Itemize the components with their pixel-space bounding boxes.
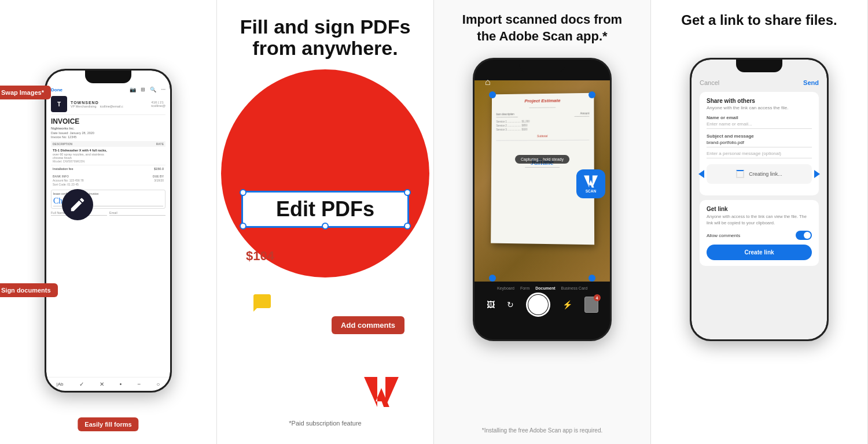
panel-scan: Import scanned docs from the Adobe Scan …: [434, 0, 651, 444]
scan-app-label: SCAN: [586, 189, 596, 193]
corner-handle-tr[interactable]: [404, 189, 411, 196]
create-link-button[interactable]: Create link: [707, 245, 812, 260]
phone-device-3: ⌂ Project Estimate ───────────── Item de…: [473, 58, 612, 341]
invoice-number: Invoice No: 12345: [51, 135, 165, 139]
done-button[interactable]: Done: [51, 87, 62, 92]
price-badge: $104: [246, 249, 274, 264]
invoice-logo: T: [51, 96, 67, 112]
panel-3-headline: Import scanned docs from the Adobe Scan …: [434, 12, 650, 45]
phone-notch-1: [85, 71, 131, 83]
panel-3-footnote: *Installing the free Adobe Scan app is r…: [434, 427, 650, 434]
paid-subscription-note: *Paid subscription feature: [217, 420, 433, 427]
loading-spinner: [736, 170, 744, 178]
edit-pdfs-text: Edit PDFs: [276, 197, 374, 221]
invoice-top-bar: Done 📷 ⊞ 🔍 ···: [51, 87, 165, 92]
phone-screen-1: Done 📷 ⊞ 🔍 ··· T TOWNSEND VP Merchandisi…: [46, 71, 170, 391]
allow-comments-label: Allow comments: [707, 233, 740, 238]
sign-documents-label: Sign documents: [0, 283, 58, 297]
scan-mode-tabs: Keyboard Form Document Business Card: [475, 282, 610, 293]
share-with-others-title: Share with others: [707, 98, 812, 104]
creating-link-box: Creating link...: [707, 164, 812, 184]
corner-handle-tl[interactable]: [240, 189, 247, 196]
flash-icon[interactable]: ⚡: [562, 300, 572, 309]
allow-comments-toggle[interactable]: [796, 231, 812, 240]
panel-fill-sign: Done 📷 ⊞ 🔍 ··· T TOWNSEND VP Merchandisi…: [0, 0, 217, 444]
minus-icon[interactable]: −: [137, 381, 141, 387]
phone-device-4: Cancel Send Share with others Anyone wit…: [690, 58, 829, 341]
creating-link-text: Creating link...: [749, 171, 782, 177]
edit-pdfs-box: Edit PDFs: [241, 191, 409, 228]
capture-message: Capturing... hold steady: [515, 155, 569, 164]
scan-app-icon[interactable]: SCAN: [576, 169, 605, 198]
panel-2-headline: Fill and sign PDFs from anywhere.: [217, 16, 433, 60]
easily-fill-forms-label: Easily fill forms: [78, 417, 138, 431]
panel-4-headline: Get a link to share files.: [651, 12, 867, 29]
cancel-button[interactable]: Cancel: [700, 79, 719, 86]
tab-document[interactable]: Document: [535, 286, 555, 290]
shutter-button[interactable]: [526, 293, 550, 317]
share-top-row: Cancel Send: [700, 79, 819, 86]
arrow-right-icon: [814, 170, 820, 178]
share-desc: Anyone with the link can access the file…: [707, 105, 812, 110]
corner-handle-br[interactable]: [404, 223, 411, 230]
invoice-client: Nightworks Inc.: [51, 127, 165, 130]
search-icon[interactable]: 🔍: [150, 87, 156, 92]
add-comments-button[interactable]: Add comments: [332, 316, 404, 334]
subject-input[interactable]: brand-portfolio.pdf: [707, 140, 812, 147]
swap-images-label: Swap Images*: [0, 86, 51, 99]
oval-icon[interactable]: ○: [156, 381, 160, 387]
corner-handle-bm[interactable]: [322, 223, 329, 230]
cross-icon[interactable]: ✕: [100, 381, 104, 387]
red-circle-decoration: [221, 69, 429, 278]
share-with-others-section: Share with others Anyone with the link c…: [700, 92, 819, 195]
invoice-date: Date Issued: January 28, 2020: [51, 131, 165, 135]
stack-button[interactable]: 4: [584, 297, 598, 313]
get-link-title: Get link: [707, 206, 812, 212]
corner-handle-bl[interactable]: [240, 223, 247, 230]
text-tool-icon[interactable]: |Ab: [57, 382, 64, 387]
invoice-bank: BANK INFO DUE BY Account No: 123 456 78 …: [51, 175, 165, 186]
docs-icon[interactable]: ⊞: [141, 87, 145, 92]
name-email-input[interactable]: Enter name or email...: [707, 121, 812, 129]
tab-business-card[interactable]: Business Card: [561, 286, 588, 290]
gallery-icon[interactable]: 🖼: [487, 300, 495, 309]
dot-icon[interactable]: •: [120, 381, 122, 387]
get-link-desc: Anyone with access to the link can view …: [707, 214, 812, 226]
flip-icon[interactable]: ↻: [507, 300, 514, 309]
send-button[interactable]: Send: [803, 79, 819, 86]
tab-keyboard[interactable]: Keyboard: [497, 286, 514, 290]
panel-edit-pdfs: Fill and sign PDFs from anywhere. Edit P…: [217, 0, 434, 444]
name-email-label: Name or email: [707, 115, 812, 120]
invoice-logo-row: T TOWNSEND VP Merchandising tcolline@ema…: [51, 96, 165, 115]
edit-icon-circle: [62, 189, 93, 220]
message-input[interactable]: Enter a personal message (optional): [707, 151, 812, 158]
invoice-company: TOWNSEND VP Merchandising tcolline@email…: [71, 101, 123, 108]
phone-device-1: Done 📷 ⊞ 🔍 ··· T TOWNSEND VP Merchandisi…: [45, 69, 172, 393]
invoice-table-header: DESCRIPTION RATE: [51, 141, 165, 147]
invoice-fee-row: Installation fee $150.0: [51, 165, 165, 172]
get-link-section: Get link Anyone with access to the link …: [700, 200, 819, 266]
tab-form[interactable]: Form: [520, 286, 529, 290]
invoice-toolbar: |Ab ✓ ✕ • − ○: [46, 377, 170, 391]
more-icon[interactable]: ···: [161, 87, 165, 92]
allow-comments-row: Allow comments: [707, 231, 812, 240]
check-icon[interactable]: ✓: [79, 381, 84, 387]
arrow-left-icon: [698, 170, 704, 178]
subject-label: Subject and message: [707, 134, 812, 139]
comment-bubble-icon: [252, 293, 273, 317]
camera-icon[interactable]: 📷: [130, 87, 136, 92]
panel-share-link: Get a link to share files. Cancel Send S…: [651, 0, 868, 444]
invoice-item-1: TS-1 Dishwasher X with 4 full racks, ove…: [51, 147, 165, 165]
phone-shell-1: Done 📷 ⊞ 🔍 ··· T TOWNSEND VP Merchandisi…: [45, 69, 172, 393]
invoice-title: INVOICE: [51, 117, 165, 125]
adobe-logo: [364, 377, 399, 409]
